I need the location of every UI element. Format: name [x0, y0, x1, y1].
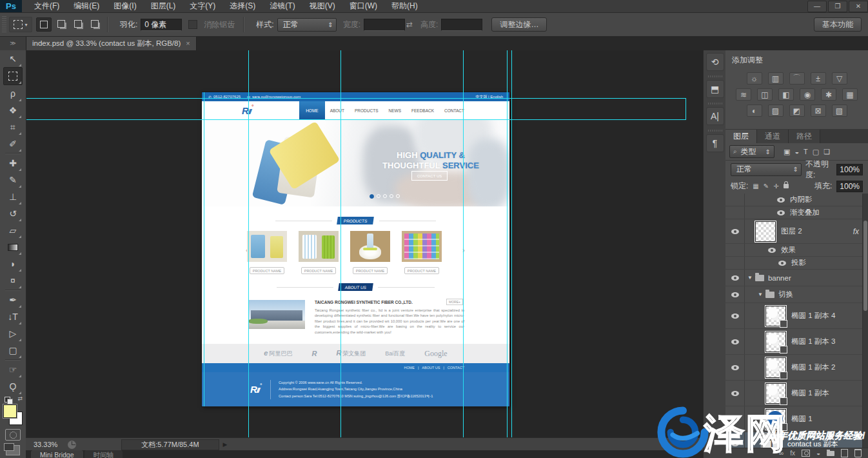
eye-icon[interactable]: [731, 292, 739, 297]
filter-smart-objects-icon[interactable]: ❏: [824, 148, 830, 156]
height-input[interactable]: [441, 19, 482, 31]
dodge-tool[interactable]: ¤: [4, 272, 22, 289]
document-viewport[interactable]: ✆ 0512-82707625 ✉ sara.xu@rongweigroup.c…: [26, 50, 703, 437]
menu-view[interactable]: 视图(V): [302, 0, 342, 12]
restore-button[interactable]: ❐: [828, 1, 847, 12]
subtract-from-selection-icon[interactable]: [71, 17, 85, 30]
layer-row[interactable]: 投影: [725, 257, 868, 270]
exposure-icon[interactable]: ±: [811, 72, 826, 85]
color-lookup-icon[interactable]: ▦: [842, 88, 858, 101]
layer-row[interactable]: 椭圆 1: [725, 406, 868, 432]
visibility-column[interactable]: [725, 257, 745, 269]
filter-pixel-layers-icon[interactable]: ▣: [784, 148, 790, 156]
invert-icon[interactable]: ◐: [747, 105, 762, 117]
guide-vertical[interactable]: [340, 50, 341, 437]
partner-logo-rongwei-r[interactable]: R: [311, 350, 317, 357]
fill-field[interactable]: 100%: [836, 181, 863, 192]
product-name-button[interactable]: PRODUCT NAME: [353, 267, 388, 274]
vibrance-icon[interactable]: ▽: [832, 72, 847, 85]
eye-icon[interactable]: [731, 391, 739, 396]
disclosure-triangle-icon[interactable]: ▼: [747, 275, 753, 281]
footer-link-contact[interactable]: CONTACT: [448, 366, 464, 370]
screen-mode-button[interactable]: [6, 445, 20, 455]
link-layers-icon[interactable]: ∞: [779, 450, 784, 457]
layer-thumbnail[interactable]: [765, 332, 786, 352]
move-tool[interactable]: ↖: [4, 50, 22, 67]
gradient-map-icon[interactable]: ⊠: [811, 105, 826, 117]
visibility-column[interactable]: [725, 303, 745, 328]
lock-position-icon[interactable]: ✛: [773, 183, 778, 190]
product-card[interactable]: PRODUCT NAME: [247, 231, 287, 274]
brightness-contrast-icon[interactable]: ☼: [747, 72, 762, 85]
blend-mode-dropdown[interactable]: 正常 ⇕: [731, 163, 802, 176]
eye-icon[interactable]: [731, 441, 739, 446]
zoom-tool[interactable]: Ǫ: [4, 378, 22, 395]
document-tab[interactable]: index.psd @ 33.3% (contact us 副本, RGB/8)…: [26, 36, 197, 50]
new-layer-icon[interactable]: [841, 449, 848, 457]
eye-icon[interactable]: [731, 365, 739, 370]
visibility-column[interactable]: [725, 329, 745, 354]
product-card[interactable]: PRODUCT NAME: [350, 231, 390, 274]
layer-row[interactable]: 内阴影: [725, 194, 868, 206]
layers-scrollbar[interactable]: [862, 194, 868, 448]
workspace-button[interactable]: 基本功能: [814, 17, 862, 32]
layer-thumbnail[interactable]: [755, 221, 776, 242]
visibility-column[interactable]: [725, 286, 745, 303]
photo-filter-icon[interactable]: ◉: [800, 88, 815, 101]
brush-tool[interactable]: ✎: [4, 172, 22, 188]
new-group-icon[interactable]: [827, 451, 834, 456]
menu-file[interactable]: 文件(F): [27, 0, 66, 12]
tab-mini-bridge[interactable]: Mini Bridge: [31, 450, 83, 458]
photoshop-logo[interactable]: Ps: [0, 0, 22, 12]
lock-image-pixels-icon[interactable]: ✎: [764, 183, 769, 190]
hand-tool[interactable]: ☞: [4, 361, 22, 378]
gradient-tool[interactable]: [4, 239, 22, 255]
add-layer-mask-icon[interactable]: [802, 450, 810, 457]
eye-icon[interactable]: [731, 275, 739, 281]
levels-icon[interactable]: ▥: [768, 72, 784, 85]
tool-preset-picker[interactable]: ▾: [9, 17, 32, 32]
site-nav-news[interactable]: NEWS: [384, 101, 407, 119]
opacity-field[interactable]: 100%: [836, 164, 863, 175]
visibility-column[interactable]: [725, 355, 745, 380]
path-selection-tool[interactable]: ▷: [4, 325, 22, 342]
eraser-tool[interactable]: ▱: [4, 222, 22, 239]
contact-us-button[interactable]: CONTACT US: [411, 171, 448, 181]
filter-adjustment-layers-icon[interactable]: ◒: [794, 148, 799, 156]
menu-filter[interactable]: 滤镜(T): [262, 0, 302, 12]
layer-row[interactable]: T⚠contact us 副本: [725, 432, 868, 448]
visibility-column[interactable]: [725, 244, 745, 256]
eye-icon[interactable]: [777, 210, 785, 215]
eyedropper-tool[interactable]: ✐: [4, 135, 22, 152]
menu-type[interactable]: 文字(Y): [182, 0, 222, 12]
visibility-column[interactable]: [725, 270, 745, 286]
menu-layer[interactable]: 图层(L): [144, 0, 183, 12]
hue-saturation-icon[interactable]: ≋: [736, 88, 751, 101]
site-nav-home[interactable]: HOME: [299, 101, 325, 119]
more-button[interactable]: MORE+: [446, 299, 463, 305]
visibility-column[interactable]: [725, 219, 745, 243]
eye-icon[interactable]: [731, 314, 739, 319]
black-white-icon[interactable]: ◧: [778, 88, 794, 101]
carousel-dot[interactable]: [370, 194, 374, 199]
toolbar-dock-header[interactable]: ≫: [0, 36, 26, 50]
clone-stamp-tool[interactable]: ⊥: [4, 188, 22, 205]
guide-vertical[interactable]: [248, 50, 249, 437]
history-panel-icon[interactable]: ⟲: [706, 53, 724, 71]
lock-transparent-pixels-icon[interactable]: ▦: [753, 183, 758, 190]
intersect-selection-icon[interactable]: [88, 17, 102, 30]
refine-edge-button[interactable]: 调整边缘…: [491, 17, 547, 32]
eye-icon[interactable]: [768, 248, 776, 253]
add-to-selection-icon[interactable]: [54, 17, 68, 30]
menu-help[interactable]: 帮助(H): [384, 0, 425, 12]
properties-panel-icon[interactable]: ⬒: [706, 80, 724, 98]
close-tab-icon[interactable]: ×: [186, 39, 190, 47]
disclosure-triangle-icon[interactable]: ▼: [758, 292, 763, 297]
site-nav-products[interactable]: PRODUCTS: [350, 101, 383, 119]
character-panel-icon[interactable]: A|: [706, 107, 724, 125]
layer-row[interactable]: ▼切换: [725, 286, 868, 303]
quick-selection-tool[interactable]: ❖: [4, 102, 22, 119]
layer-row[interactable]: ▼banner: [725, 270, 868, 286]
menu-window[interactable]: 窗口(W): [342, 0, 384, 12]
rectangular-marquee-tool[interactable]: [3, 67, 23, 85]
